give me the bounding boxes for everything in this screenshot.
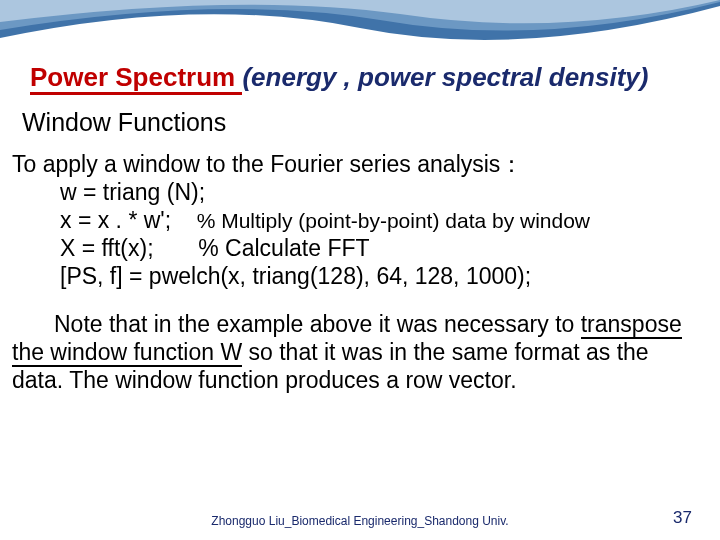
title-italic: energy , power spectral density (251, 62, 640, 92)
page-number: 37 (673, 508, 692, 528)
title-paren-close: ) (640, 62, 649, 92)
footer-text: Zhongguo Liu_Biomedical Engineering_Shan… (0, 514, 720, 528)
code-segment: X = fft(x); (60, 235, 154, 261)
body-note: Note that in the example above it was ne… (12, 310, 696, 394)
title-paren-open: ( (242, 62, 251, 92)
slide-title: Power Spectrum (energy , power spectral … (30, 62, 690, 93)
body-line-4: X = fft(x); % Calculate FFT (60, 234, 696, 262)
code-comment: % Calculate FFT (198, 235, 369, 261)
slide: Power Spectrum (energy , power spectral … (0, 0, 720, 540)
code-segment: x = x . * w'; (60, 207, 171, 233)
note-text-a: Note that in the example above it was ne… (54, 311, 581, 337)
body-line-5: [PS, f] = pwelch(x, triang(128), 64, 128… (60, 262, 696, 290)
body-line-3: x = x . * w'; % Multiply (point-by-point… (60, 206, 696, 234)
title-word-1: Power Spectrum (30, 62, 242, 95)
body-line-1: To apply a window to the Fourier series … (12, 150, 696, 178)
body-line-2: w = triang (N); (60, 178, 696, 206)
slide-body: To apply a window to the Fourier series … (12, 150, 696, 394)
code-comment: % Multiply (point-by-point) data by wind… (197, 209, 590, 232)
slide-subtitle: Window Functions (22, 108, 226, 137)
